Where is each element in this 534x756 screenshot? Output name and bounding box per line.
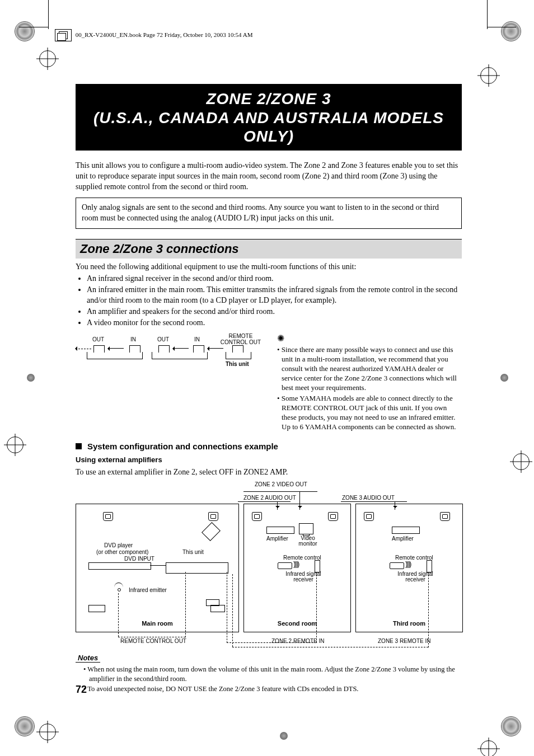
notes-list: • When not using the main room, turn dow…	[76, 665, 462, 693]
remote-icon	[390, 562, 404, 569]
device-icon	[392, 527, 420, 534]
tip-text: Since there are many possible ways to co…	[282, 345, 457, 392]
register-dot-icon	[500, 374, 508, 382]
arrow-icon	[208, 348, 223, 349]
wire-dashed	[185, 572, 186, 637]
register-dot-icon	[280, 732, 288, 740]
label-in: IN	[130, 336, 136, 342]
tip-icon: ✺	[277, 333, 284, 345]
register-mark-icon	[501, 21, 521, 41]
wire	[150, 565, 166, 566]
intro-text: This unit allows you to configure a mult…	[76, 161, 462, 192]
third-room-box: Amplifier Remote control )))) Infrared s…	[355, 504, 463, 632]
register-mark-icon	[15, 716, 35, 736]
label-remote-control-out: REMOTE CONTROL OUT	[120, 638, 186, 644]
list-item: A video monitor for the second room.	[87, 318, 462, 328]
trim-mark	[487, 27, 516, 27]
note-item: • To avoid unexpected noise, DO NOT USE …	[83, 684, 462, 693]
speaker-icon	[440, 512, 450, 521]
small-diagram: OUT IN OUT IN REMOTE CONTROL OUT	[76, 333, 266, 432]
note-item: • When not using the main room, turn dow…	[83, 665, 462, 683]
label-dvd-sub: (or other component)	[96, 549, 148, 555]
device-icon	[166, 562, 228, 574]
trim-mark	[487, 0, 488, 29]
label-dvd-input: DVD INPUT	[124, 556, 154, 562]
label-this-unit: This unit	[182, 549, 204, 555]
note-text: To avoid unexpected noise, DO NOT USE th…	[87, 685, 358, 693]
label-dvd-player: DVD player	[104, 542, 133, 548]
tip-item: • Since there are many possible ways to …	[277, 345, 462, 392]
label-remote-control-out: REMOTE CONTROL OUT	[216, 333, 266, 345]
sub-heading: System configuration and connections exa…	[76, 442, 462, 451]
tv-small-icon	[206, 599, 219, 606]
crosshair-icon	[480, 67, 497, 84]
label-video-monitor: Video monitor	[296, 536, 320, 547]
sub-sub-heading: Using external amplifiers	[76, 456, 462, 464]
main-room-box: DVD player (or other component) This uni…	[76, 504, 239, 632]
label-out: OUT	[92, 336, 104, 342]
equip-intro: You need the following additional equipm…	[76, 262, 462, 273]
arrow-icon	[76, 348, 91, 349]
square-bullet-icon	[76, 443, 82, 449]
register-dot-icon	[27, 374, 35, 382]
trim-mark	[48, 0, 49, 29]
list-item: An infrared signal receiver in the secon…	[87, 274, 462, 284]
remote-icon	[278, 562, 292, 569]
speaker-icon	[103, 512, 113, 521]
speaker-icon	[208, 512, 218, 521]
tips-column: ✺ • Since there are many possible ways t…	[277, 333, 462, 432]
section-header: Zone 2/Zone 3 connections	[76, 239, 462, 259]
folio-text: 00_RX-V2400U_EN.book Page 72 Friday, Oct…	[76, 31, 253, 38]
speaker-icon	[252, 512, 262, 521]
label-infrared-emitter: Infrared emitter	[129, 587, 167, 593]
list-item: An amplifier and speakers for the second…	[87, 307, 462, 317]
register-mark-icon	[15, 21, 35, 41]
tv-icon	[202, 522, 221, 541]
crosshair-icon	[480, 740, 497, 756]
label-in: IN	[194, 336, 200, 342]
label-ir-receiver: Infrared signal receiver	[281, 571, 326, 583]
room-label: Third room	[356, 620, 462, 627]
wire-dashed	[118, 637, 185, 637]
wire-dashed	[428, 572, 429, 647]
label-zone3-remote-in: ZONE 3 REMOTE IN	[378, 638, 430, 644]
room-label: Main room	[76, 620, 238, 627]
crosshair-icon	[7, 436, 24, 453]
system-diagram: ZONE 2 VIDEO OUT ZONE 2 AUDIO OUT ZONE 3…	[76, 481, 462, 649]
notes-heading: Notes	[76, 654, 100, 663]
crosshair-icon	[39, 50, 56, 67]
wire-dashed	[227, 572, 227, 643]
wire	[243, 491, 317, 492]
wire-dashed	[232, 647, 428, 647]
label-zone2-video-out: ZONE 2 VIDEO OUT	[255, 481, 307, 487]
tip-text: Some YAMAHA models are able to connect d…	[282, 394, 456, 431]
wire-dashed	[316, 572, 317, 643]
signal-icon: ))))	[405, 560, 410, 568]
label-zone2-audio-out: ZONE 2 AUDIO OUT	[243, 495, 296, 501]
wire-dashed	[118, 593, 119, 637]
wire	[238, 501, 291, 502]
device-icon	[88, 562, 151, 570]
label-amplifier: Amplifier	[392, 536, 414, 542]
sub-heading-text: System configuration and connections exa…	[87, 442, 278, 451]
equipment-list: An infrared signal receiver in the secon…	[76, 274, 462, 328]
wire-dashed	[232, 574, 233, 647]
label-amplifier: Amplifier	[266, 536, 288, 542]
crosshair-icon	[513, 453, 530, 470]
device-box-icon	[226, 352, 251, 359]
arrow-icon	[108, 348, 124, 349]
title-line1: ZONE 2/ZONE 3	[81, 90, 456, 109]
page: 00_RX-V2400U_EN.book Page 72 Friday, Oct…	[0, 0, 534, 756]
content-area: ZONE 2/ZONE 3 (U.S.A., CANADA AND AUSTRA…	[76, 84, 462, 694]
ext-amp-text: To use an external amplifier in Zone 2, …	[76, 467, 462, 478]
diagram-and-tips-row: OUT IN OUT IN REMOTE CONTROL OUT	[76, 333, 462, 432]
trim-mark	[19, 27, 48, 27]
label-zone2-remote-in: ZONE 2 REMOTE IN	[271, 638, 324, 644]
tv-icon	[299, 523, 313, 534]
label-zone3-audio-out: ZONE 3 AUDIO OUT	[342, 495, 395, 501]
label-ir-receiver: Infrared signal receiver	[393, 571, 438, 583]
device-box-icon	[152, 352, 208, 359]
crosshair-icon	[39, 724, 56, 740]
device-box-icon	[87, 352, 143, 359]
signal-icon: ))))	[293, 560, 298, 568]
